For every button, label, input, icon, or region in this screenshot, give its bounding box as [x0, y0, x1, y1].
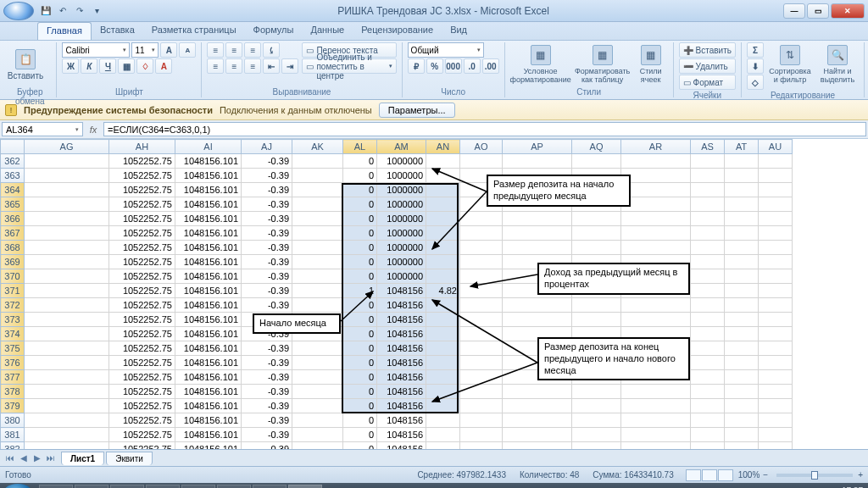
qat-dropdown-icon[interactable]: ▾: [90, 4, 103, 18]
sheet-tab-1[interactable]: Лист1: [61, 452, 104, 465]
task-app-2[interactable]: 📁: [75, 485, 108, 488]
number-format-combo[interactable]: Общий▾: [408, 42, 484, 58]
sheet-last-icon[interactable]: ⏭: [44, 452, 58, 465]
find-select-button[interactable]: 🔍Найти и выделить: [816, 42, 859, 86]
task-app-5[interactable]: 📄: [181, 485, 215, 488]
font-color-button[interactable]: A: [155, 58, 172, 74]
align-top-icon[interactable]: ≡: [207, 42, 224, 58]
fill-icon[interactable]: ⬇: [747, 58, 764, 74]
ribbon-tabs: Главная Вставка Разметка страницы Формул…: [0, 22, 868, 41]
group-styles: Стили: [510, 86, 668, 97]
fx-icon[interactable]: fx: [85, 120, 102, 138]
task-app-1[interactable]: ⬜: [39, 485, 73, 488]
indent-inc-icon[interactable]: ⇥: [281, 58, 298, 74]
minimize-button[interactable]: —: [783, 3, 805, 19]
tab-insert[interactable]: Вставка: [92, 22, 143, 40]
align-center-icon[interactable]: ≡: [225, 58, 242, 74]
ribbon: 📋Вставить Буфер обмена Calibri▾ 11▾ A A …: [0, 41, 868, 100]
close-button[interactable]: ✕: [831, 3, 865, 19]
name-box[interactable]: AL364▾: [2, 122, 83, 136]
indent-dec-icon[interactable]: ⇤: [263, 58, 280, 74]
cond-format-button[interactable]: ▦Условное форматирование: [510, 42, 571, 86]
view-normal-icon[interactable]: [686, 469, 701, 481]
zoom-out-icon[interactable]: −: [763, 470, 768, 480]
start-button[interactable]: [2, 484, 34, 488]
annot-depozit-end: Размер депозита на конец предыдущего и н…: [537, 337, 690, 380]
insert-cells-button[interactable]: ➕Вставить: [679, 42, 736, 58]
group-font: Шрифт: [62, 86, 196, 97]
group-editing: Редактирование: [747, 90, 859, 101]
maximize-button[interactable]: ▭: [807, 3, 829, 19]
font-size-combo[interactable]: 11▾: [131, 42, 159, 58]
group-alignment: Выравнивание: [207, 86, 396, 97]
save-icon[interactable]: 💾: [39, 4, 53, 18]
fill-color-button[interactable]: ♢: [136, 58, 153, 74]
currency-icon[interactable]: ₽: [408, 58, 425, 74]
thousands-icon[interactable]: 000: [445, 58, 462, 74]
annot-nachalo: Начало месяца: [253, 313, 341, 334]
tab-layout[interactable]: Разметка страницы: [143, 22, 245, 40]
quick-access-toolbar: 💾 ↶ ↷ ▾: [39, 4, 103, 18]
tab-home[interactable]: Главная: [37, 22, 92, 40]
zoom-label: 100%: [738, 470, 760, 480]
sheet-next-icon[interactable]: ▶: [31, 452, 44, 465]
paste-button[interactable]: 📋Вставить: [8, 42, 42, 86]
percent-icon[interactable]: %: [426, 58, 443, 74]
border-button[interactable]: ▦: [118, 58, 135, 74]
task-app-4[interactable]: 📊: [146, 485, 180, 488]
formula-bar: AL364▾ fx =ЕСЛИ(C364=C363,0,1): [0, 120, 868, 139]
zoom-slider[interactable]: [776, 474, 853, 477]
sheet-prev-icon[interactable]: ◀: [17, 452, 31, 465]
bold-button[interactable]: Ж: [62, 58, 79, 74]
dec-decimal-icon[interactable]: .00: [482, 58, 499, 74]
group-number: Число: [408, 86, 499, 97]
inc-decimal-icon[interactable]: .0: [464, 58, 481, 74]
redo-icon[interactable]: ↷: [73, 4, 86, 18]
format-cells-button[interactable]: ▭Формат: [679, 75, 736, 90]
annot-dohod: Доход за предыдущий месяц в процентах: [537, 263, 690, 295]
task-excel[interactable]: X: [288, 485, 322, 488]
undo-icon[interactable]: ↶: [56, 4, 70, 18]
security-bar: ! Предупреждение системы безопасности По…: [0, 100, 868, 120]
align-bot-icon[interactable]: ≡: [244, 42, 261, 58]
orientation-icon[interactable]: ⤹: [263, 42, 280, 58]
cell-styles-button[interactable]: ▦Стили ячеек: [634, 42, 668, 86]
zoom-in-icon[interactable]: +: [858, 470, 863, 480]
annot-depozit-start: Размер депозита на начало предыдущего ме…: [487, 175, 631, 207]
task-app-7[interactable]: 📷: [253, 485, 287, 488]
tab-review[interactable]: Рецензирование: [353, 22, 442, 40]
office-button[interactable]: [3, 2, 34, 20]
align-right-icon[interactable]: ≡: [244, 58, 261, 74]
underline-button[interactable]: Ч: [99, 58, 116, 74]
view-break-icon[interactable]: [718, 469, 733, 481]
tab-view[interactable]: Вид: [442, 22, 476, 40]
sheet-first-icon[interactable]: ⏮: [3, 452, 17, 465]
spreadsheet-grid[interactable]: AGAHAIAJAKALAMANAOAPAQARASATAU3621052252…: [0, 139, 868, 449]
grow-font-icon[interactable]: A: [160, 42, 177, 58]
merge-center-button[interactable]: ▭Объединить и поместить в центре▾: [302, 58, 396, 74]
format-table-button[interactable]: ▦Форматировать как таблицу: [575, 42, 631, 86]
task-app-3[interactable]: 🌐: [110, 485, 144, 488]
font-name-combo[interactable]: Calibri▾: [62, 42, 130, 58]
sheet-tab-2[interactable]: Эквити: [106, 452, 153, 465]
sheet-tab-bar: ⏮ ◀ ▶ ⏭ Лист1 Эквити: [0, 449, 868, 466]
view-layout-icon[interactable]: [702, 469, 717, 481]
security-title: Предупреждение системы безопасности: [24, 105, 213, 115]
clear-icon[interactable]: ◇: [747, 75, 764, 90]
title-bar: 💾 ↶ ↷ ▾ РИШКА Трендовая JC 3.xlsx - Micr…: [0, 0, 868, 22]
shield-icon: !: [5, 104, 17, 116]
delete-cells-button[interactable]: ➖Удалить: [679, 58, 736, 74]
tab-data[interactable]: Данные: [302, 22, 353, 40]
sort-filter-button[interactable]: ⇅Сортировка и фильтр: [767, 42, 813, 86]
align-left-icon[interactable]: ≡: [207, 58, 224, 74]
security-options-button[interactable]: Параметры...: [379, 103, 455, 118]
formula-input[interactable]: =ЕСЛИ(C364=C363,0,1): [103, 122, 866, 136]
italic-button[interactable]: К: [81, 58, 97, 74]
autosum-icon[interactable]: Σ: [747, 42, 764, 58]
status-ready: Готово: [5, 470, 31, 480]
task-app-6[interactable]: 🖩: [217, 485, 251, 488]
shrink-font-icon[interactable]: A: [179, 42, 196, 58]
align-mid-icon[interactable]: ≡: [225, 42, 242, 58]
status-bar: Готово Среднее: 497982.1433 Количество: …: [0, 466, 868, 483]
tab-formulas[interactable]: Формулы: [245, 22, 303, 40]
